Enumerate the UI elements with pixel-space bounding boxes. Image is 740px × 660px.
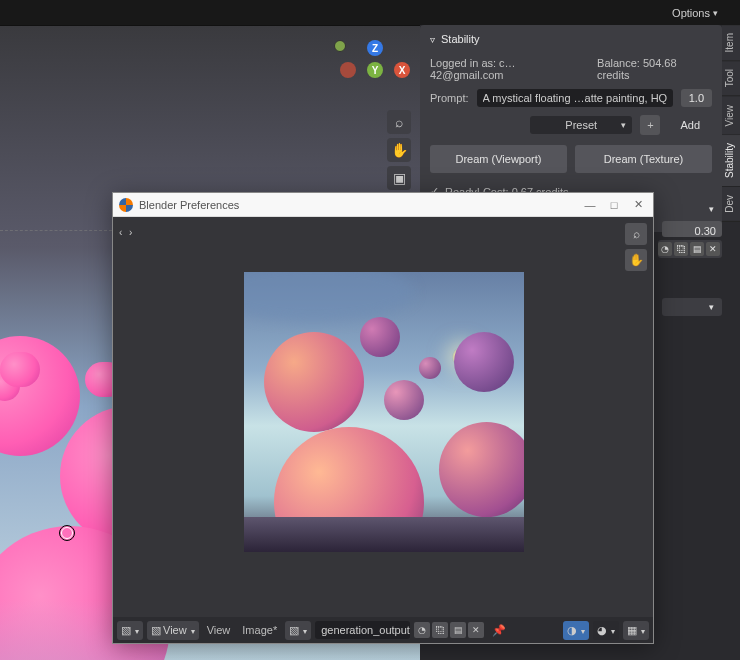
window-body: ‹ › ⌕ ✋ [113,217,653,643]
scene-sphere [0,352,40,387]
close-icon[interactable]: ✕ [468,622,484,638]
copy-icon[interactable]: ⿻ [674,242,688,256]
link-icon[interactable]: ◔ [414,622,430,638]
close-icon[interactable]: ✕ [629,196,647,214]
axis-z[interactable]: Z [367,40,383,56]
prompt-input[interactable] [477,89,673,107]
top-menu-bar: Options [0,0,740,25]
chevron-right-icon[interactable]: › [129,227,132,238]
chevron-left-icon[interactable]: ‹ [119,227,122,238]
hand-icon[interactable]: ✋ [625,249,647,271]
preset-dropdown[interactable]: Preset [530,116,632,134]
zoom-icon[interactable]: ⌕ [387,110,411,134]
navigation-gizmo[interactable]: Z Y X [340,40,410,110]
prompt-label: Prompt: [430,92,469,104]
image-icon: ▧ [151,624,161,637]
dream-viewport-button[interactable]: Dream (Viewport) [430,145,567,173]
editor-mode-dropdown[interactable]: ▧ [117,621,143,640]
login-status: Logged in as: c…42@gmail.com [430,57,589,81]
overlay-dropdown[interactable]: ◕ [593,621,619,640]
value-field[interactable]: 0.30 [662,221,722,237]
image-name-field[interactable]: generation_output [315,621,410,639]
ruler-line [0,230,112,231]
image-editor-footer: ▧ ▧View View Image* ▧ generation_output … [113,617,653,643]
view-dropdown-1[interactable]: ▧View [147,621,199,640]
pin-icon[interactable]: 📌 [488,624,510,637]
blender-logo-icon [119,198,133,212]
folder-icon[interactable]: ▤ [690,242,704,256]
compass-icon: ◑ [567,624,577,637]
vtab-view[interactable]: View [722,97,740,136]
zoom-icon[interactable]: ⌕ [625,223,647,245]
preset-add-icon[interactable]: + [640,115,660,135]
axis-neg-x[interactable] [340,62,356,78]
sidebar-tabs: Item Tool View Stability Dev [722,25,740,222]
camera-icon[interactable]: ▣ [387,166,411,190]
vtab-stability[interactable]: Stability [722,135,740,187]
hand-icon[interactable]: ✋ [387,138,411,162]
axis-x[interactable]: X [394,62,410,78]
window-title: Blender Preferences [139,199,575,211]
image-icon: ▧ [289,624,299,637]
vtab-tool[interactable]: Tool [722,61,740,96]
compass-dropdown[interactable]: ◑ [563,621,589,640]
grid-icon: ▦ [627,624,637,637]
display-dropdown[interactable]: ▦ [623,621,649,640]
panel-dropdown[interactable] [662,200,722,218]
maximize-icon[interactable]: □ [605,196,623,214]
balance-text: Balance: 504.68 credits [597,57,712,81]
panel-dropdown[interactable] [662,298,722,316]
axis-center[interactable] [334,40,346,52]
axis-y[interactable]: Y [367,62,383,78]
vtab-dev[interactable]: Dev [722,187,740,222]
add-button[interactable]: Add [668,116,712,134]
preferences-window: Blender Preferences — □ ✕ ‹ › ⌕ ✋ [112,192,654,644]
image-menu[interactable]: Image* [238,624,281,636]
image-icon: ▧ [121,624,131,637]
copy-icon[interactable]: ⿻ [432,622,448,638]
minimize-icon[interactable]: — [581,196,599,214]
panel-header[interactable]: Stability [420,25,722,53]
view-menu[interactable]: View [203,624,235,636]
link-icon[interactable]: ◔ [658,242,672,256]
image-selector[interactable]: ▧ [285,621,311,640]
dream-texture-button[interactable]: Dream (Texture) [575,145,712,173]
image-ops: ◔ ⿻ ▤ ✕ [414,622,484,638]
options-dropdown[interactable]: Options [672,7,718,19]
window-titlebar[interactable]: Blender Preferences — □ ✕ [113,193,653,217]
folder-icon[interactable]: ▤ [450,622,466,638]
generated-image [244,272,524,552]
image-canvas[interactable]: ‹ › ⌕ ✋ [113,217,653,617]
3d-cursor [55,521,79,545]
file-ops-row: ◔ ⿻ ▤ ✕ [658,240,722,258]
gear-icon: ◕ [597,624,607,637]
vtab-item[interactable]: Item [722,25,740,61]
close-icon[interactable]: ✕ [706,242,720,256]
prompt-weight[interactable]: 1.0 [681,89,712,107]
